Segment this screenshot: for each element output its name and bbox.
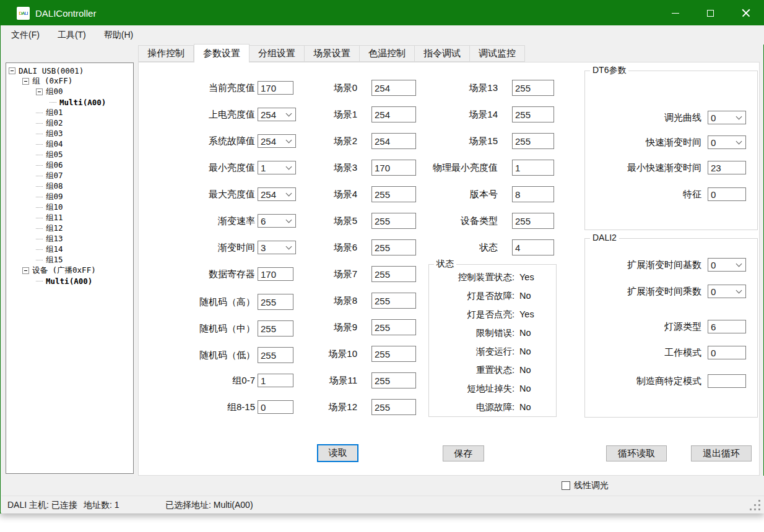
tree-item-group08[interactable]: 组08 <box>6 181 133 192</box>
linear-dimming-checkbox[interactable] <box>562 481 570 490</box>
tree-item-group15[interactable]: 组15 <box>6 255 133 265</box>
tab-command-debug[interactable]: 指令调试 <box>415 45 470 62</box>
tree-item-label: 组07 <box>46 171 63 181</box>
tree-item-group12[interactable]: 组12 <box>6 223 133 234</box>
field-label: 场景0 <box>277 82 357 94</box>
extended-fade-time-base-select[interactable]: 0 <box>708 258 746 272</box>
exit-loop-button[interactable]: 退出循环 <box>691 445 752 461</box>
field-label: 场景13 <box>386 82 498 94</box>
status-label: 限制错误: <box>429 327 514 339</box>
tree-item-label: 组11 <box>46 213 63 223</box>
tree-item-group03[interactable]: 组03 <box>6 129 133 139</box>
tree-connector <box>36 197 43 197</box>
extended-fade-time-multiplier-select[interactable]: 0 <box>708 285 746 298</box>
operating-mode-input[interactable] <box>708 346 746 359</box>
status-label: 灯是否故障: <box>429 290 514 302</box>
loop-read-button[interactable]: 循环读取 <box>606 445 667 461</box>
tree-connector <box>36 113 43 113</box>
scene-8-input[interactable] <box>371 293 416 309</box>
collapse-icon[interactable] <box>22 267 29 274</box>
field-label: 场景15 <box>386 135 498 147</box>
minimize-button[interactable] <box>658 1 693 25</box>
status-label: 控制装置状态: <box>429 272 514 283</box>
scene-14-input[interactable] <box>512 106 554 122</box>
field-label: 当前亮度值 <box>139 82 255 94</box>
collapse-icon[interactable] <box>22 78 29 85</box>
features-input[interactable] <box>708 187 746 201</box>
tab-parameter-settings[interactable]: 参数设置 <box>194 44 250 62</box>
tree-item-multi-a00-2[interactable]: Multi(A00) <box>6 276 133 286</box>
tree-connector <box>36 176 43 176</box>
host-status-text: DALI 主机: 已连接 <box>7 500 77 511</box>
field-label: 渐变速率 <box>139 215 255 227</box>
field-label: 场景12 <box>277 401 357 413</box>
tree-item-multi-a00[interactable]: Multi(A00) <box>6 97 133 108</box>
physical-min-level-input[interactable] <box>512 160 554 176</box>
field-label: 设备类型 <box>386 215 498 227</box>
close-button[interactable] <box>728 1 763 25</box>
fast-fade-time-select[interactable]: 0 <box>708 135 746 149</box>
collapse-icon[interactable] <box>9 67 15 74</box>
tree-item-label: Multi(A00) <box>59 98 106 107</box>
tree-item-group02[interactable]: 组02 <box>6 118 133 129</box>
light-source-type-input[interactable] <box>708 320 746 333</box>
scene-15-input[interactable] <box>512 133 554 149</box>
tree-item-group05[interactable]: 组05 <box>6 150 133 160</box>
address-count-text: 地址数: 1 <box>84 500 119 511</box>
scene-7-input[interactable] <box>371 266 416 282</box>
tree-item-group01[interactable]: 组01 <box>6 108 133 118</box>
fade-running-value: No <box>519 346 531 356</box>
tree-item-group07[interactable]: 组07 <box>6 171 133 181</box>
footer-strip: 线性调光 <box>1 476 764 496</box>
manufacturer-mode-input[interactable] <box>708 374 746 388</box>
status-input[interactable] <box>512 239 554 255</box>
tab-color-temp-control[interactable]: 色温控制 <box>360 45 415 62</box>
tree-item-group09[interactable]: 组09 <box>6 192 133 202</box>
resize-grip[interactable] <box>758 508 760 510</box>
dimming-curve-select[interactable]: 0 <box>708 111 746 124</box>
scene-11-input[interactable] <box>371 372 416 388</box>
tree-item-dali-usb[interactable]: DALI USB(0001) <box>6 66 133 76</box>
maximize-button[interactable] <box>693 1 728 25</box>
chevron-down-icon <box>736 114 742 120</box>
scene-12-input[interactable] <box>371 399 416 415</box>
read-button[interactable]: 读取 <box>317 444 358 462</box>
tab-scene-settings[interactable]: 场景设置 <box>305 45 360 62</box>
tree-item-group14[interactable]: 组14 <box>6 244 133 255</box>
tree-item-group11[interactable]: 组11 <box>6 213 133 223</box>
titlebar: DALI DALIController <box>1 1 763 25</box>
menu-help[interactable]: 帮助(H) <box>96 27 141 44</box>
short-address-missing-value: No <box>519 384 531 393</box>
device-type-input[interactable] <box>512 213 554 229</box>
linear-dimming-option[interactable]: 线性调光 <box>562 480 609 491</box>
reset-state-value: No <box>519 365 531 375</box>
dali2-groupbox-title: DALI2 <box>590 233 619 242</box>
menu-tools[interactable]: 工具(T) <box>50 27 94 44</box>
save-button[interactable]: 保存 <box>443 445 484 461</box>
scene-9-input[interactable] <box>371 319 416 335</box>
tree-item-label: 组15 <box>46 255 63 265</box>
collapse-icon[interactable] <box>36 88 43 95</box>
version-input[interactable] <box>512 186 554 202</box>
field-label: 最大亮度值 <box>139 189 255 200</box>
field-label: 系统故障值 <box>139 135 255 147</box>
tree-item-group13[interactable]: 组13 <box>6 234 133 244</box>
lamp-failure-value: No <box>519 291 531 301</box>
tab-operation-control[interactable]: 操作控制 <box>138 45 194 62</box>
tree-item-group-root[interactable]: 组 (0xFF) <box>6 76 133 87</box>
min-fast-fade-time-input[interactable] <box>708 161 746 174</box>
tab-debug-monitor[interactable]: 调试监控 <box>470 45 525 62</box>
tree-item-group04[interactable]: 组04 <box>6 139 133 150</box>
field-label: 场景3 <box>277 162 357 174</box>
field-label: 渐变时间 <box>139 242 255 254</box>
tab-grouping-settings[interactable]: 分组设置 <box>250 45 305 62</box>
scene-13-input[interactable] <box>512 80 554 96</box>
tree-item-group00[interactable]: 组00 <box>6 87 133 97</box>
tree-item-device-broadcast[interactable]: 设备 (广播0xFF) <box>6 265 133 276</box>
tree-item-group10[interactable]: 组10 <box>6 202 133 213</box>
tree-connector <box>50 102 56 103</box>
menu-file[interactable]: 文件(F) <box>3 27 48 44</box>
tree-item-group06[interactable]: 组06 <box>6 160 133 171</box>
limit-error-value: No <box>519 328 531 338</box>
scene-10-input[interactable] <box>371 346 416 362</box>
